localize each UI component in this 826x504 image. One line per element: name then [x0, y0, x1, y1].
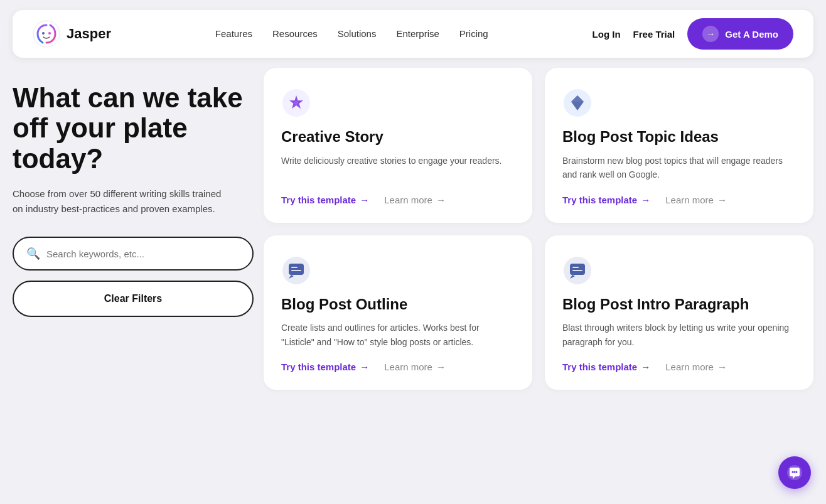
nav-item-pricing[interactable]: Pricing [459, 28, 488, 40]
main-content: What can we take off your plate today? C… [0, 68, 826, 402]
blog-outline-try-link[interactable]: Try this template → [281, 362, 369, 372]
card-creative-story-title: Creative Story [281, 128, 515, 146]
blog-intro-learn-link[interactable]: Learn more → [665, 362, 727, 372]
clear-filters-button[interactable]: Clear Filters [13, 281, 254, 317]
svg-point-1 [42, 32, 45, 35]
svg-point-17 [796, 471, 798, 473]
card-blog-intro-title: Blog Post Intro Paragraph [562, 296, 796, 314]
search-icon: 🔍 [26, 247, 40, 260]
svg-point-15 [792, 471, 794, 473]
blog-topic-try-link[interactable]: Try this template → [562, 195, 650, 205]
svg-point-4 [294, 101, 298, 105]
svg-rect-8 [291, 267, 298, 268]
card-blog-post-outline: Blog Post Outline Create lists and outli… [264, 235, 532, 390]
get-demo-button[interactable]: → Get A Demo [687, 18, 793, 50]
sidebar: What can we take off your plate today? C… [13, 68, 264, 390]
blog-outline-learn-link[interactable]: Learn more → [384, 362, 446, 372]
sidebar-subtext: Choose from over 50 different writing sk… [13, 186, 226, 217]
arrow-circle-icon: → [702, 26, 719, 42]
search-box: 🔍 [13, 237, 254, 271]
blog-intro-try-link[interactable]: Try this template → [562, 362, 650, 372]
svg-point-2 [48, 32, 51, 35]
sidebar-headline: What can we take off your plate today? [13, 83, 254, 174]
card-creative-story-actions: Try this template → Learn more → [281, 195, 515, 205]
card-creative-story-desc: Write deliciously creative stories to en… [281, 154, 515, 182]
svg-point-16 [794, 471, 796, 473]
navbar: Jasper Features Resources Solutions Ente… [13, 10, 813, 58]
chat-bubble-icon [786, 464, 803, 481]
card-blog-outline-actions: Try this template → Learn more → [281, 362, 515, 372]
svg-rect-12 [572, 267, 579, 268]
blog-topic-ideas-icon [562, 88, 593, 118]
creative-story-icon [281, 88, 311, 118]
nav-actions: Log In Free Trial → Get A Demo [593, 18, 793, 50]
search-input[interactable] [46, 249, 240, 259]
card-blog-intro-desc: Blast through writers block by letting u… [562, 321, 796, 349]
chat-bubble-button[interactable] [778, 456, 811, 489]
svg-rect-9 [291, 270, 301, 271]
blog-intro-icon [562, 255, 593, 286]
jasper-logo-icon [33, 20, 60, 48]
nav-item-enterprise[interactable]: Enterprise [396, 28, 439, 40]
nav-item-features[interactable]: Features [215, 28, 252, 40]
svg-rect-7 [289, 264, 304, 275]
free-trial-link[interactable]: Free Trial [633, 29, 675, 40]
card-blog-topic-actions: Try this template → Learn more → [562, 195, 796, 205]
card-blog-outline-title: Blog Post Outline [281, 296, 515, 314]
login-link[interactable]: Log In [593, 29, 621, 40]
card-creative-story: Creative Story Write deliciously creativ… [264, 68, 532, 223]
svg-rect-11 [570, 264, 585, 275]
cards-grid: Creative Story Write deliciously creativ… [264, 68, 813, 390]
card-blog-topic-title: Blog Post Topic Ideas [562, 128, 796, 146]
svg-rect-13 [572, 270, 582, 271]
card-blog-intro-paragraph: Blog Post Intro Paragraph Blast through … [545, 235, 813, 390]
card-blog-outline-desc: Create lists and outlines for articles. … [281, 321, 515, 349]
creative-story-try-link[interactable]: Try this template → [281, 195, 369, 205]
nav-links: Features Resources Solutions Enterprise … [215, 28, 488, 40]
card-blog-topic-ideas: Blog Post Topic Ideas Brainstorm new blo… [545, 68, 813, 223]
blog-outline-icon [281, 255, 311, 286]
card-blog-topic-desc: Brainstorm new blog post topics that wil… [562, 154, 796, 182]
blog-topic-learn-link[interactable]: Learn more → [665, 195, 727, 205]
nav-item-resources[interactable]: Resources [272, 28, 318, 40]
logo-text: Jasper [67, 26, 111, 42]
creative-story-learn-link[interactable]: Learn more → [384, 195, 446, 205]
card-blog-intro-actions: Try this template → Learn more → [562, 362, 796, 372]
logo[interactable]: Jasper [33, 20, 111, 48]
nav-item-solutions[interactable]: Solutions [338, 28, 377, 40]
